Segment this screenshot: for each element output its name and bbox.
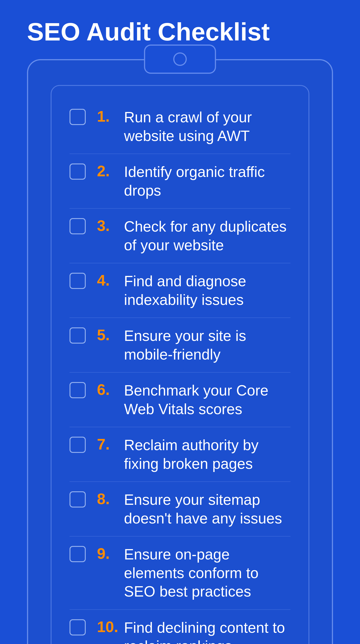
checkbox[interactable]: [70, 328, 86, 344]
clipboard-inner: 1.Run a crawl of your website using AWT2…: [51, 85, 309, 644]
item-text: Run a crawl of your website using AWT: [124, 108, 290, 145]
clipboard-container: 1.Run a crawl of your website using AWT2…: [27, 59, 333, 644]
item-text: Benchmark your Core Web Vitals scores: [124, 381, 290, 418]
item-text: Find and diagnose indexability issues: [124, 272, 290, 309]
clipboard-clip-hole: [173, 52, 187, 66]
checklist-item: 6.Benchmark your Core Web Vitals scores: [70, 372, 290, 427]
checklist-item: 7.Reclaim authority by fixing broken pag…: [70, 427, 290, 482]
item-number: 6.: [97, 381, 117, 398]
checklist-item: 1.Run a crawl of your website using AWT: [70, 100, 290, 154]
item-number: 8.: [97, 490, 117, 507]
checkbox[interactable]: [70, 382, 86, 398]
checklist-item: 8.Ensure your sitemap doesn't have any i…: [70, 482, 290, 536]
checkbox[interactable]: [70, 546, 86, 562]
item-number: 2.: [97, 162, 117, 180]
item-text: Ensure your sitemap doesn't have any iss…: [124, 490, 290, 528]
item-text: Find declining content to reclaim rankin…: [124, 618, 290, 644]
item-text: Check for any duplicates of your website: [124, 217, 290, 254]
item-number: 3.: [97, 217, 117, 234]
checklist: 1.Run a crawl of your website using AWT2…: [70, 100, 290, 644]
page-title: SEO Audit Checklist: [27, 18, 333, 46]
item-number: 4.: [97, 272, 117, 289]
item-text: Reclaim authority by fixing broken pages: [124, 436, 290, 473]
checkbox[interactable]: [70, 218, 86, 234]
checklist-item: 10.Find declining content to reclaim ran…: [70, 610, 290, 644]
checklist-item: 3.Check for any duplicates of your websi…: [70, 209, 290, 263]
checkbox[interactable]: [70, 164, 86, 180]
item-number: 5.: [97, 326, 117, 343]
checklist-item: 4.Find and diagnose indexability issues: [70, 263, 290, 318]
checkbox[interactable]: [70, 619, 86, 636]
checklist-item: 2.Identify organic traffic drops: [70, 154, 290, 209]
checkbox[interactable]: [70, 109, 86, 125]
checklist-item: 5.Ensure your site is mobile-friendly: [70, 318, 290, 372]
item-number: 1.: [97, 108, 117, 125]
clipboard-clip: [144, 44, 216, 74]
item-text: Ensure your site is mobile-friendly: [124, 326, 290, 364]
item-number: 7.: [97, 436, 117, 453]
page-wrapper: SEO Audit Checklist 1.Run a crawl of you…: [0, 0, 360, 644]
item-number: 9.: [97, 545, 117, 562]
checkbox[interactable]: [70, 491, 86, 508]
item-text: Ensure on-page elements conform to SEO b…: [124, 545, 290, 601]
item-number: 10.: [97, 618, 117, 635]
checklist-item: 9.Ensure on-page elements conform to SEO…: [70, 536, 290, 610]
item-text: Identify organic traffic drops: [124, 162, 290, 200]
checkbox[interactable]: [70, 437, 86, 453]
checkbox[interactable]: [70, 273, 86, 289]
